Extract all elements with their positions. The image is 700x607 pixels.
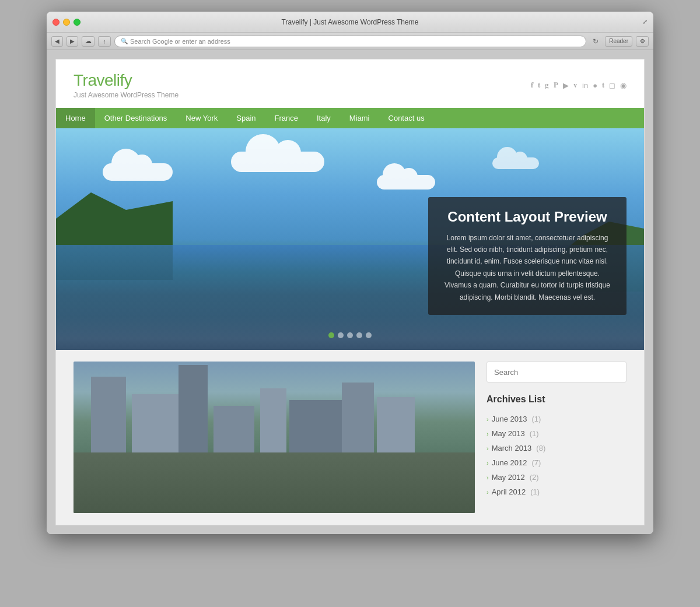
- building-5: [260, 388, 286, 452]
- flickr-icon[interactable]: ●: [593, 81, 597, 90]
- archives-count: (2): [530, 473, 539, 482]
- cloud-decoration-1: [103, 163, 173, 181]
- social-icons-bar: 𝐟 𝐭 𝐠 𝐏 ▶ 𝐯 in ● 𝐭 ◻ ◉: [531, 80, 626, 90]
- googleplus-icon[interactable]: 𝐠: [545, 80, 549, 90]
- archives-label: May 2013: [492, 429, 525, 438]
- site-header: Travelify Just Awesome WordPress Theme 𝐟…: [56, 59, 644, 108]
- slide-title: Content Layout Preview: [441, 209, 614, 225]
- facebook-icon[interactable]: 𝐟: [531, 80, 533, 90]
- cloud-button[interactable]: ☁: [82, 36, 94, 47]
- archives-label: June 2012: [492, 458, 527, 467]
- nav-item-miami[interactable]: Miami: [340, 108, 379, 128]
- website: Travelify Just Awesome WordPress Theme 𝐟…: [55, 59, 645, 525]
- nav-item-new-york[interactable]: New York: [176, 108, 227, 128]
- browser-window: Travelify | Just Awesome WordPress Theme…: [47, 12, 653, 534]
- archives-count: (1): [530, 487, 540, 496]
- linkedin-icon[interactable]: in: [582, 81, 588, 90]
- archives-label: May 2012: [492, 473, 525, 482]
- archives-list: › June 2013 (1) › May 2013 (1) ›: [487, 412, 626, 499]
- address-text: Search Google or enter an address: [130, 38, 230, 45]
- slider-dot-4[interactable]: [356, 332, 362, 338]
- search-box[interactable]: [487, 362, 626, 383]
- archives-label: April 2012: [492, 487, 526, 496]
- logo-text: Travelify: [74, 71, 178, 90]
- forward-icon: ▶: [70, 38, 75, 44]
- site-logo[interactable]: Travelify Just Awesome WordPress Theme: [74, 71, 178, 99]
- nav-item-spain[interactable]: Spain: [227, 108, 265, 128]
- slider-dot-3[interactable]: [347, 332, 353, 338]
- search-input[interactable]: [494, 368, 619, 377]
- tumblr-icon[interactable]: 𝐭: [602, 80, 604, 90]
- site-brand-row: Travelify Just Awesome WordPress Theme 𝐟…: [74, 71, 626, 108]
- archives-count: (8): [536, 444, 545, 452]
- nav-item-contact[interactable]: Contact us: [379, 108, 434, 128]
- arrow-icon: ›: [487, 445, 489, 452]
- extensions-icon: ⚙: [640, 38, 645, 44]
- minimize-button[interactable]: [63, 19, 70, 26]
- nav-item-italy[interactable]: Italy: [307, 108, 340, 128]
- content-left: [74, 362, 475, 513]
- youtube-icon[interactable]: ▶: [563, 81, 569, 90]
- rss-icon[interactable]: ◉: [620, 81, 626, 90]
- browser-dots: [52, 19, 80, 26]
- archives-item-march2013[interactable]: › March 2013 (8): [487, 441, 626, 455]
- archives-item-june2012[interactable]: › June 2012 (7): [487, 455, 626, 470]
- back-icon: ◀: [55, 38, 60, 44]
- cloud-decoration-4: [492, 157, 539, 169]
- arrow-icon: ›: [487, 474, 489, 481]
- slide-overlay: Content Layout Preview Lorem ipsum dolor…: [428, 197, 626, 315]
- share-button[interactable]: ↑: [98, 36, 111, 47]
- arrow-icon: ›: [487, 430, 489, 437]
- nav-item-home[interactable]: Home: [56, 108, 95, 128]
- refresh-icon: ↻: [593, 37, 598, 45]
- arrow-icon: ›: [487, 459, 489, 466]
- archives-item-may2012[interactable]: › May 2012 (2): [487, 470, 626, 485]
- city-background: [74, 362, 475, 513]
- archives-count: (7): [531, 458, 541, 467]
- search-icon: 🔍: [121, 38, 128, 44]
- slider-dot-2[interactable]: [338, 332, 344, 338]
- site-tagline: Just Awesome WordPress Theme: [74, 91, 178, 99]
- building-7: [342, 383, 374, 452]
- twitter-icon[interactable]: 𝐭: [538, 80, 540, 90]
- slider-dot-5[interactable]: [366, 332, 372, 338]
- nav-item-other-destinations[interactable]: Other Destinations: [95, 108, 177, 128]
- archives-item-june2013[interactable]: › June 2013 (1): [487, 412, 626, 426]
- browser-toolbar: ◀ ▶ ☁ ↑ 🔍 Search Google or enter an addr…: [47, 33, 653, 50]
- reader-button[interactable]: Reader: [605, 36, 632, 47]
- refresh-button[interactable]: ↻: [590, 36, 601, 47]
- archives-label: June 2013: [492, 415, 527, 423]
- building-2: [132, 394, 178, 452]
- close-button[interactable]: [52, 19, 60, 26]
- address-bar[interactable]: 🔍 Search Google or enter an address: [114, 36, 586, 47]
- sidebar: Archives List › June 2013 (1) › May 2013…: [487, 362, 626, 513]
- nav-item-france[interactable]: France: [265, 108, 307, 128]
- pinterest-icon[interactable]: 𝐏: [554, 80, 558, 90]
- building-1: [91, 377, 126, 452]
- slider-dots: [328, 332, 372, 338]
- building-3: [178, 365, 208, 452]
- cloud-decoration-2: [231, 152, 324, 172]
- hero-slider: Content Layout Preview Lorem ipsum dolor…: [56, 128, 644, 350]
- extensions-button[interactable]: ⚙: [636, 36, 649, 47]
- archives-title: Archives List: [487, 394, 626, 405]
- archives-item-may2013[interactable]: › May 2013 (1): [487, 426, 626, 441]
- archives-label: March 2013: [492, 444, 532, 452]
- building-6: [289, 400, 342, 452]
- slider-dot-1[interactable]: [328, 332, 334, 338]
- main-content: Archives List › June 2013 (1) › May 2013…: [56, 350, 644, 525]
- forward-button[interactable]: ▶: [66, 36, 78, 47]
- street: [74, 452, 475, 513]
- building-8: [377, 397, 415, 452]
- fullscreen-icon[interactable]: ⤢: [642, 18, 648, 26]
- instagram-icon[interactable]: ◻: [609, 81, 615, 90]
- content-image: [74, 362, 475, 513]
- archives-count: (1): [530, 429, 539, 438]
- browser-content: Travelify Just Awesome WordPress Theme 𝐟…: [47, 50, 653, 534]
- building-4: [214, 406, 254, 452]
- back-button[interactable]: ◀: [51, 36, 63, 47]
- fullscreen-button[interactable]: [74, 19, 80, 26]
- vimeo-icon[interactable]: 𝐯: [573, 80, 578, 90]
- arrow-icon: ›: [487, 416, 489, 423]
- archives-item-april2012[interactable]: › April 2012 (1): [487, 485, 626, 499]
